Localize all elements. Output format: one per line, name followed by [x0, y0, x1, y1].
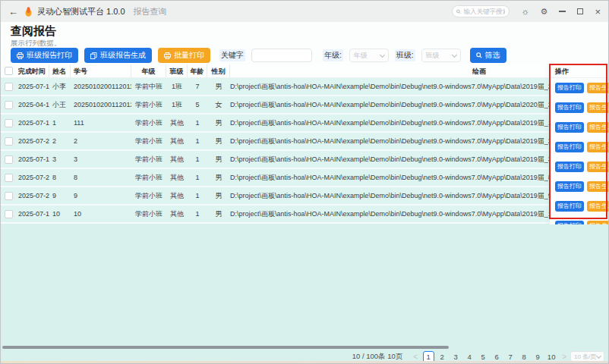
cell-class: 其他 [166, 118, 188, 128]
row-checkbox[interactable] [5, 101, 13, 109]
report-print-button[interactable]: 报告打印 [555, 221, 584, 224]
report-generate-button[interactable]: 报告生成 [587, 83, 609, 93]
table-row[interactable]: 2025-07-16 小李 2025010200112011 学前中班 1班 7… [1, 78, 609, 96]
report-print-button[interactable]: 报告打印 [555, 122, 584, 133]
cell-class: 其他 [166, 155, 188, 165]
close-button[interactable]: × [595, 7, 601, 17]
chevron-down-icon [380, 52, 385, 57]
report-print-button[interactable]: 报告打印 [555, 201, 584, 212]
global-search-box[interactable] [452, 5, 510, 17]
report-generate-button[interactable]: 报告生成 [587, 102, 609, 113]
minimize-button[interactable] [559, 11, 566, 12]
horizontal-scrollbar[interactable] [2, 346, 449, 349]
report-print-button[interactable]: 报告打印 [555, 142, 584, 152]
back-button[interactable]: ← [8, 6, 18, 17]
cell-age: 5 [188, 101, 207, 108]
cell-grade: 学前中班 [131, 82, 166, 92]
report-generate-button[interactable]: 报告生成 [587, 181, 609, 192]
class-report-generate-button[interactable]: 班级报告生成 [84, 48, 152, 63]
keyword-input[interactable] [251, 49, 312, 62]
row-select-cell [1, 155, 14, 164]
class-label: 班级: [395, 49, 415, 61]
global-search-input[interactable] [463, 8, 505, 15]
printer-icon [17, 52, 24, 59]
report-print-button[interactable]: 报告打印 [555, 181, 584, 192]
header-gender: 性别 [207, 64, 230, 77]
cell-date: 2025-07-16 [14, 83, 49, 90]
table-row[interactable]: 2025-07-16 10 10 学前小班 其他 1 男 D:\project\… [1, 206, 609, 224]
table-row[interactable]: 2025-07-16 1 111 学前小班 其他 1 男 D:\project\… [1, 115, 609, 133]
report-generate-button[interactable]: 报告生成 [587, 221, 609, 224]
cell-age: 1 [188, 210, 207, 218]
header-date: 完成时间 [14, 64, 49, 77]
row-actions: 报告打印 报告生成 [550, 177, 609, 196]
row-select-cell [1, 192, 14, 200]
cell-gender: 男 [207, 118, 230, 128]
cell-date: 2025-07-16 [14, 119, 49, 127]
next-page-icon[interactable]: > [562, 353, 566, 361]
cell-gender: 男 [207, 209, 230, 219]
row-checkbox[interactable] [5, 83, 13, 91]
cell-name: 3 [49, 155, 71, 163]
cell-date: 2025-07-16 [14, 210, 49, 218]
cell-age: 1 [188, 137, 207, 145]
titlebar: ← 灵动心智测试平台 1.0.0 报告查询 ☼ ⚙ × [1, 1, 608, 22]
cell-class: 其他 [166, 136, 188, 146]
report-generate-button[interactable]: 报告生成 [587, 162, 609, 172]
chevron-down-icon [596, 353, 601, 358]
search-icon [476, 52, 482, 58]
theme-toggle-icon[interactable]: ☼ [521, 8, 529, 16]
table-row[interactable]: 2025-07-21 2 2 学前小班 其他 1 男 D:\project\画板… [1, 133, 609, 151]
row-checkbox[interactable] [5, 119, 13, 127]
page-size-select[interactable]: 10 条/页 [570, 351, 604, 362]
cell-age: 1 [188, 155, 207, 163]
cell-grade: 学前小班 [131, 155, 166, 165]
filter-button[interactable]: 筛选 [470, 48, 506, 63]
settings-gear-icon[interactable]: ⚙ [541, 8, 548, 16]
table-row[interactable]: 2025-07-22 9 9 学前小班 其他 1 男 D:\project\画板… [1, 187, 609, 206]
class-report-print-button[interactable]: 班级报告打印 [11, 48, 78, 63]
table-row[interactable]: 2025-04-16 小王 2025010200112012 学前小班 1班 5… [1, 96, 609, 115]
report-generate-button[interactable]: 报告生成 [587, 122, 609, 133]
cell-student-id: 10 [71, 210, 131, 218]
row-checkbox[interactable] [5, 155, 13, 164]
restore-button[interactable] [577, 8, 583, 14]
cell-name: 1 [49, 119, 71, 127]
batch-print-button[interactable]: 批量打印 [158, 48, 210, 63]
header-actions: 操作 [550, 64, 609, 78]
search-icon [456, 9, 461, 14]
report-print-button[interactable]: 报告打印 [555, 83, 584, 93]
page-header-panel: 查阅报告 展示行列数据。 班级报告打印 班级报告生成 批量打印 关键字 年级: … [1, 22, 608, 64]
report-print-button[interactable]: 报告打印 [555, 162, 584, 172]
row-select-cell [1, 210, 14, 218]
table-row[interactable]: 2025-07-22 8 8 学前小班 其他 1 男 D:\project\画板… [1, 169, 609, 187]
table-row[interactable]: 2025-07-16 3 3 学前小班 其他 1 男 D:\project\画板… [1, 151, 609, 169]
cell-grade: 学前小班 [131, 173, 166, 183]
document-copy-icon [90, 52, 97, 59]
row-checkbox[interactable] [5, 210, 13, 218]
keyword-label: 关键字 [219, 49, 245, 61]
row-select-cell [1, 174, 14, 182]
cell-class: 其他 [166, 173, 188, 183]
row-actions: 报告打印 报告生成 [550, 157, 609, 177]
report-print-button[interactable]: 报告打印 [555, 102, 584, 113]
row-actions: 报告打印 报告生成 [550, 118, 609, 137]
cell-gender: 男 [207, 136, 230, 146]
chevron-down-icon [452, 52, 457, 57]
toolbar: 班级报告打印 班级报告生成 批量打印 关键字 年级: 年级 班级: 班级 [11, 48, 602, 63]
class-select[interactable]: 班级 [421, 49, 461, 62]
select-all-checkbox[interactable] [5, 67, 13, 75]
row-checkbox[interactable] [5, 137, 13, 146]
grade-select[interactable]: 年级 [349, 49, 389, 62]
row-select-cell [1, 101, 14, 109]
report-generate-button[interactable]: 报告生成 [587, 142, 609, 152]
cell-date: 2025-07-21 [14, 137, 49, 145]
row-checkbox[interactable] [5, 174, 13, 182]
row-checkbox[interactable] [5, 192, 13, 200]
header-age: 年龄 [188, 64, 207, 77]
row-actions: 报告打印 报告生成 [550, 196, 609, 216]
cell-gender: 男 [207, 191, 230, 201]
prev-page-icon[interactable]: < [413, 353, 418, 361]
report-generate-button[interactable]: 报告生成 [587, 201, 609, 212]
cell-student-id: 9 [71, 192, 131, 199]
